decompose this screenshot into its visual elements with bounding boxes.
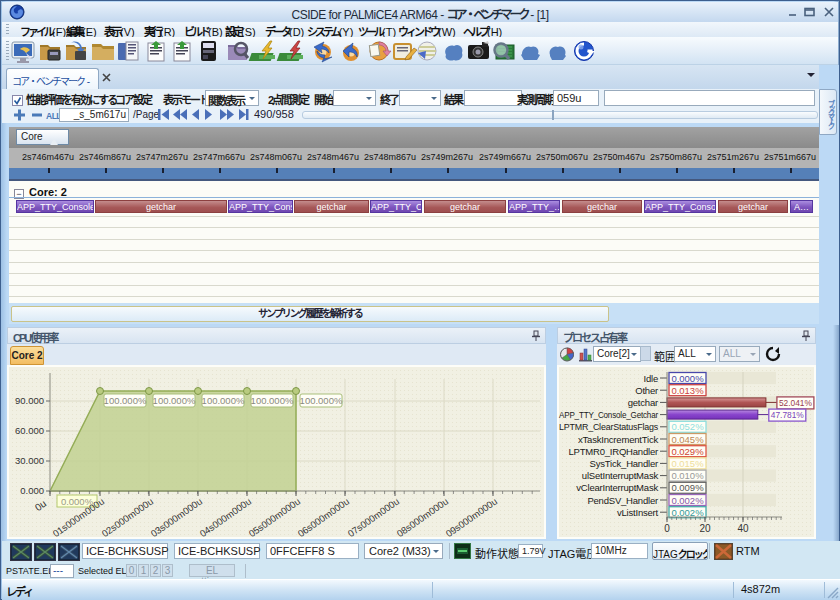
svg-text:100.000%: 100.000% — [300, 395, 343, 406]
svg-text:20: 20 — [699, 523, 711, 534]
svg-text:getchar: getchar — [628, 397, 658, 408]
svg-text:vClearInterruptMask: vClearInterruptMask — [576, 482, 658, 493]
svg-text:PendSV_Handler: PendSV_Handler — [587, 495, 658, 506]
svg-text:100.000%: 100.000% — [104, 395, 147, 406]
svg-text:0.002%: 0.002% — [671, 495, 704, 506]
svg-text:0: 0 — [664, 523, 670, 534]
svg-text:Other: Other — [635, 385, 658, 396]
svg-text:0.010%: 0.010% — [671, 470, 704, 481]
svg-text:100.000%: 100.000% — [251, 395, 294, 406]
svg-text:APP_TTY_Console_Getchar: APP_TTY_Console_Getchar — [559, 409, 658, 420]
svg-text:SysTick_Handler: SysTick_Handler — [590, 458, 658, 469]
svg-text:47.781%: 47.781% — [771, 409, 804, 420]
svg-text:LPTMR0_IRQHandler: LPTMR0_IRQHandler — [568, 446, 658, 457]
svg-text:0.002%: 0.002% — [671, 507, 704, 518]
svg-text:100.000%: 100.000% — [202, 395, 245, 406]
svg-text:xTaskIncrementTick: xTaskIncrementTick — [578, 434, 658, 445]
svg-text:0.000: 0.000 — [20, 485, 44, 496]
svg-text:0.029%: 0.029% — [671, 446, 704, 457]
svg-text:0.045%: 0.045% — [671, 434, 704, 445]
svg-text:vListInsert: vListInsert — [617, 507, 659, 518]
svg-text:30.000: 30.000 — [15, 455, 44, 466]
svg-text:0.000%: 0.000% — [671, 373, 704, 384]
svg-text:100.000%: 100.000% — [153, 395, 196, 406]
svg-text:0.009%: 0.009% — [671, 482, 704, 493]
svg-text:ulSetInterruptMask: ulSetInterruptMask — [582, 470, 659, 481]
svg-text:Idle: Idle — [643, 373, 658, 384]
svg-text:90.000: 90.000 — [15, 395, 44, 406]
svg-text:0.015%: 0.015% — [671, 458, 704, 469]
svg-text:60.000: 60.000 — [15, 425, 44, 436]
svg-text:LPTMR_ClearStatusFlags: LPTMR_ClearStatusFlags — [559, 421, 658, 432]
svg-text:0.052%: 0.052% — [671, 421, 704, 432]
svg-text:40: 40 — [737, 523, 749, 534]
svg-text:0.013%: 0.013% — [671, 385, 704, 396]
svg-text:52.041%: 52.041% — [779, 397, 812, 408]
